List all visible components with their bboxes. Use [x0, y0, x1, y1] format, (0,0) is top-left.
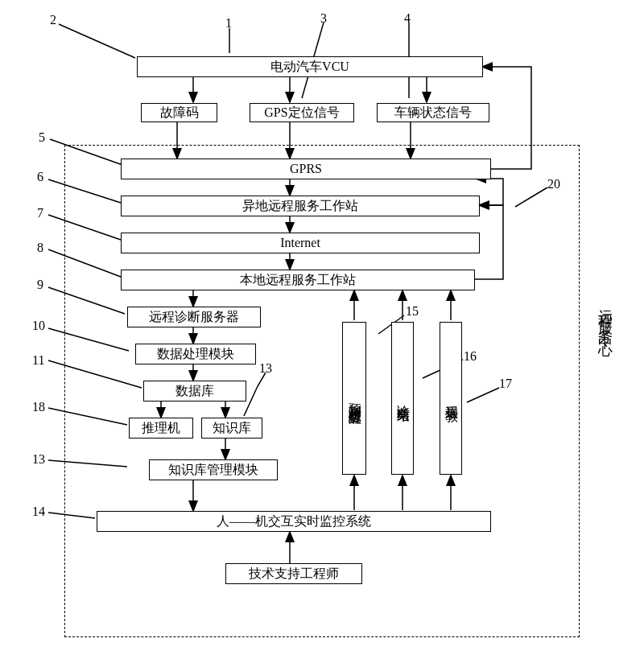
callout-3: 3 [320, 11, 327, 26]
node-label: 预判断状态提醒 [346, 393, 363, 404]
node-database: 数据库 [143, 381, 246, 402]
callout-2: 2 [50, 13, 56, 27]
callout-6: 6 [37, 170, 43, 184]
svg-line-24 [59, 24, 135, 58]
node-kb-mgmt: 知识库管理模块 [149, 459, 278, 480]
node-label: 远程诊断服务器 [149, 309, 239, 326]
node-label: 电动汽车VCU [270, 59, 349, 76]
node-label: 知识库 [213, 420, 251, 437]
callout-1: 1 [225, 16, 232, 31]
node-fault-code: 故障码 [141, 103, 217, 122]
node-vehicle-status: 车辆状态信号 [377, 103, 489, 122]
callout-8: 8 [37, 241, 43, 255]
node-label: 本地远程服务工作站 [240, 272, 356, 289]
callout-10: 10 [32, 319, 45, 333]
node-remote-teach: 远程示教 [440, 322, 462, 475]
node-hmi: 人——机交互实时监控系统 [97, 511, 491, 532]
side-label: 远程服务中心 [596, 298, 615, 336]
node-internet: Internet [121, 233, 480, 253]
node-gps-signal: GPS定位信号 [250, 103, 354, 122]
callout-7: 7 [37, 206, 43, 220]
callout-20: 20 [547, 177, 560, 191]
node-label: 车辆状态信号 [394, 105, 472, 121]
node-label: 诊断结果 [394, 395, 411, 402]
callout-17: 17 [499, 377, 512, 391]
node-label: 故障码 [160, 105, 199, 121]
diagram-root: 电动汽车VCU 故障码 GPS定位信号 车辆状态信号 GPRS 异地远程服务工作… [16, 16, 628, 647]
callout-11: 11 [32, 353, 44, 368]
node-gprs: GPRS [121, 159, 491, 179]
node-local-ws: 本地远程服务工作站 [121, 270, 475, 290]
node-label: GPRS [290, 162, 322, 176]
node-engineer: 技术支持工程师 [225, 563, 362, 584]
callout-15: 15 [406, 304, 419, 319]
node-label: 推理机 [142, 420, 180, 437]
node-label: GPS定位信号 [264, 105, 339, 121]
node-kb: 知识库 [201, 418, 262, 439]
node-diag-result: 诊断结果 [391, 322, 414, 475]
node-data-proc: 数据处理模块 [135, 344, 256, 364]
node-label: 异地远程服务工作站 [242, 198, 358, 215]
node-diag-server: 远程诊断服务器 [127, 307, 261, 327]
callout-13b: 13 [32, 452, 45, 467]
callout-5: 5 [39, 130, 45, 145]
node-vcu: 电动汽车VCU [137, 56, 483, 77]
callout-13a: 13 [259, 361, 272, 376]
callout-18: 18 [32, 400, 45, 414]
callout-4: 4 [404, 11, 411, 26]
node-remote-ws: 异地远程服务工作站 [121, 196, 480, 216]
node-label: 远程示教 [443, 395, 460, 402]
callout-14: 14 [32, 504, 45, 519]
node-label: 人——机交互实时监控系统 [217, 513, 371, 530]
callout-16: 16 [464, 349, 477, 364]
callout-9: 9 [37, 278, 43, 292]
node-label: 技术支持工程师 [249, 566, 339, 583]
node-label: 知识库管理模块 [168, 462, 258, 479]
node-label: 数据处理模块 [157, 346, 234, 363]
node-label: 数据库 [175, 383, 214, 400]
node-inference: 推理机 [129, 418, 193, 439]
node-label: Internet [280, 236, 320, 250]
node-prejudge: 预判断状态提醒 [342, 322, 366, 475]
